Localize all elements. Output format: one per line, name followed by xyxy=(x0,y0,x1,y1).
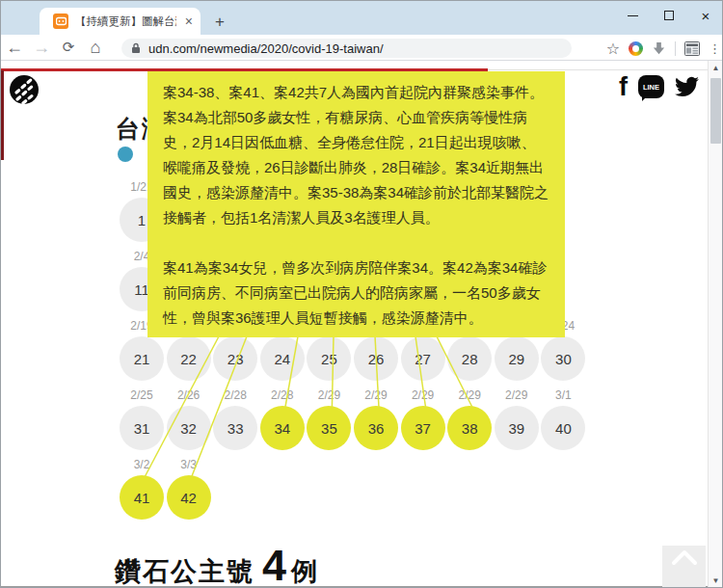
progress-track xyxy=(488,69,710,70)
reading-progress-bar xyxy=(1,68,488,71)
heading-count: 4 xyxy=(262,547,286,585)
back-to-top-button[interactable] xyxy=(662,546,706,588)
minimize-button[interactable] xyxy=(614,1,651,30)
window-controls: × xyxy=(614,1,723,30)
case-circle-41[interactable]: 41 xyxy=(120,475,164,520)
scrollbar-thumb[interactable] xyxy=(710,78,721,144)
social-share-bar: f LINE xyxy=(619,75,699,98)
heading-text: 鑽石公主號 xyxy=(115,554,254,588)
tab-title: 【持續更新】圖解台灣新冠肺炎 xyxy=(75,14,176,29)
case-tooltip: 案34-38、案41、案42共7人為國內首起院內群聚感染事件。案34為北部50多… xyxy=(147,71,565,337)
case-date-40: 3/1 xyxy=(534,388,592,402)
case-circle-31[interactable]: 31 xyxy=(120,406,164,450)
case-circle-42[interactable]: 42 xyxy=(167,475,211,520)
diamond-princess-heading: 鑽石公主號 4 例 xyxy=(115,547,319,588)
case-circle-39[interactable]: 39 xyxy=(495,406,539,450)
case-circle-32[interactable]: 32 xyxy=(167,406,211,450)
case-date-42: 3/3 xyxy=(160,458,218,471)
case-circle-36[interactable]: 36 xyxy=(354,406,398,450)
browser-window: 【持續更新】圖解台灣新冠肺炎 × + × ← → ⟳ ⌂ udn.com/new… xyxy=(0,0,723,588)
twitter-icon[interactable] xyxy=(675,76,699,97)
title-bar: 【持續更新】圖解台灣新冠肺炎 × + × xyxy=(1,1,723,35)
new-tab-button[interactable]: + xyxy=(209,12,230,33)
case-circle-28[interactable]: 28 xyxy=(447,336,492,381)
address-bar[interactable]: udn.com/newmedia/2020/covid-19-taiwan/ xyxy=(121,39,572,58)
lock-icon xyxy=(131,42,141,54)
scroll-down-icon[interactable]: ▼ xyxy=(709,574,723,588)
case-circle-38[interactable]: 38 xyxy=(447,406,492,450)
tooltip-paragraph-1: 案34-38、案41、案42共7人為國內首起院內群聚感染事件。案34為北部50多… xyxy=(163,80,549,230)
heading-unit: 例 xyxy=(291,554,319,588)
virus-logo-icon xyxy=(9,74,40,109)
extension-newspaper-icon[interactable] xyxy=(684,41,700,56)
maximize-button[interactable] xyxy=(651,1,687,30)
toolbar-right: ☆ ⋮ xyxy=(606,38,714,59)
toolbar-divider xyxy=(675,41,676,56)
case-circle-27[interactable]: 27 xyxy=(401,336,445,381)
case-circle-21[interactable]: 21 xyxy=(120,336,164,381)
download-icon[interactable] xyxy=(652,41,666,56)
udn-favicon-icon xyxy=(53,13,68,29)
menu-dots-icon[interactable]: ⋮ xyxy=(709,46,714,51)
browser-tab[interactable]: 【持續更新】圖解台灣新冠肺炎 × xyxy=(40,8,201,35)
case-circle-26[interactable]: 26 xyxy=(354,336,398,381)
facebook-icon[interactable]: f xyxy=(619,75,628,98)
case-circle-22[interactable]: 22 xyxy=(167,336,211,381)
case-circle-29[interactable]: 29 xyxy=(495,336,539,381)
tab-close-icon[interactable]: × xyxy=(185,14,193,28)
close-button[interactable]: × xyxy=(687,1,723,30)
case-circle-23[interactable]: 23 xyxy=(213,336,257,381)
forward-icon[interactable]: → xyxy=(28,38,55,58)
back-icon[interactable]: ← xyxy=(1,38,28,58)
case-circle-24[interactable]: 24 xyxy=(260,336,305,381)
tooltip-paragraph-2: 案41為案34女兒，曾多次到病房陪伴案34。案42為案34確診前同病房、不同病室… xyxy=(163,255,549,331)
refresh-icon[interactable]: ⟳ xyxy=(55,39,82,56)
case-circle-34[interactable]: 34 xyxy=(260,406,305,450)
scroll-up-icon[interactable]: ▲ xyxy=(709,61,723,76)
url-text: udn.com/newmedia/2020/covid-19-taiwan/ xyxy=(148,41,384,56)
legend-dot xyxy=(118,147,133,162)
scrollbar[interactable]: ▲ ▼ xyxy=(708,61,722,588)
line-icon[interactable]: LINE xyxy=(638,75,664,98)
case-circle-37[interactable]: 37 xyxy=(401,406,445,450)
left-accent-bar xyxy=(1,70,4,160)
bookmark-star-icon[interactable]: ☆ xyxy=(606,40,620,58)
home-icon[interactable]: ⌂ xyxy=(82,38,109,58)
extension-google-icon[interactable] xyxy=(629,41,643,56)
case-circle-33[interactable]: 33 xyxy=(213,406,257,450)
